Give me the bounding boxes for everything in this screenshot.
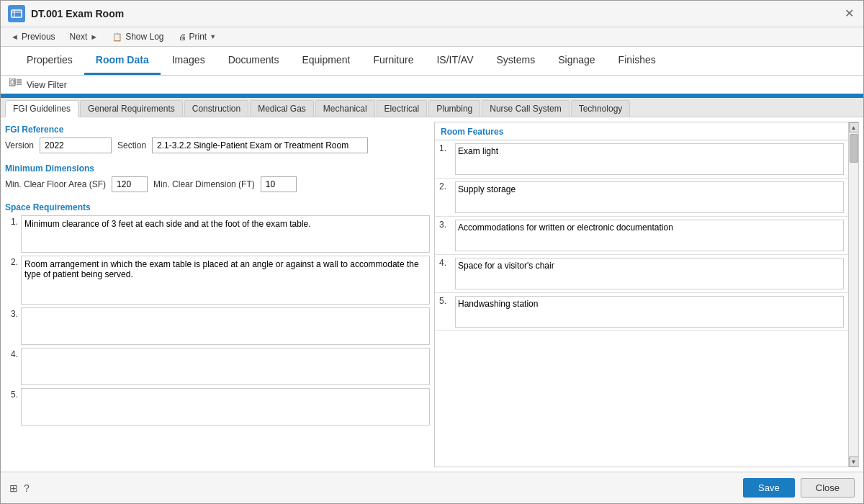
next-button[interactable]: Next ► <box>67 30 102 43</box>
prev-arrow-icon: ◄ <box>11 32 19 41</box>
inner-tab-plumbing[interactable]: Plumbing <box>428 100 480 117</box>
tab-properties[interactable]: Properties <box>15 47 84 75</box>
print-button[interactable]: 🖨 Print ▼ <box>176 30 220 43</box>
window-title: DT.001 Exam Room <box>31 8 124 19</box>
inner-tab-medical-gas[interactable]: Medical Gas <box>250 100 314 117</box>
bottom-right: Save Close <box>743 478 855 498</box>
fgi-reference-fields: Version 2022 2018 2014 Section <box>5 138 430 153</box>
scroll-down-icon[interactable]: ▼ <box>849 456 859 467</box>
show-log-button[interactable]: 📋 Show Log <box>109 30 166 43</box>
room-features-title: Room Features <box>435 122 848 140</box>
previous-label: Previous <box>22 32 55 42</box>
rf-number-5: 5. <box>439 296 451 306</box>
rf-number-1: 1. <box>439 143 451 153</box>
app-icon <box>8 5 25 22</box>
space-requirements-title: Space Requirements <box>5 202 430 212</box>
view-filter-label[interactable]: View Filter <box>27 80 67 90</box>
toolbar: ◄ Previous Next ► 📋 Show Log 🖨 Print ▼ <box>1 27 863 47</box>
tab-isitav[interactable]: IS/IT/AV <box>425 47 485 75</box>
inner-tab-construction[interactable]: Construction <box>184 100 248 117</box>
tab-finishes[interactable]: Finishes <box>607 47 667 75</box>
title-left: DT.001 Exam Room <box>8 5 124 22</box>
floor-area-input[interactable] <box>112 176 148 192</box>
room-feature-3[interactable]: Accommodations for written or electronic… <box>455 220 844 251</box>
svg-rect-0 <box>12 10 22 17</box>
print-icon: 🖨 <box>179 32 186 41</box>
space-req-3[interactable] <box>21 307 430 345</box>
space-requirements-list: 1. Minimum clearance of 3 feet at each s… <box>5 215 430 426</box>
space-req-1[interactable]: Minimum clearance of 3 feet at each side… <box>21 215 430 253</box>
main-window: DT.001 Exam Room ✕ ◄ Previous Next ► 📋 S… <box>0 0 864 504</box>
bottom-bar: ⊞ ? Save Close <box>1 472 863 503</box>
svg-rect-3 <box>9 78 15 86</box>
list-item: 3. Accommodations for written or electro… <box>435 217 848 255</box>
log-icon: 📋 <box>112 32 122 42</box>
floor-area-label: Min. Clear Floor Area (SF) <box>5 179 106 189</box>
space-requirements-section: Space Requirements 1. Minimum clearance … <box>5 199 430 428</box>
tab-room-data[interactable]: Room Data <box>84 47 161 75</box>
help-icon[interactable]: ? <box>24 482 30 494</box>
list-item: 1. Exam light <box>435 140 848 179</box>
list-item: 5. <box>5 388 430 426</box>
scroll-thumb[interactable] <box>850 134 858 163</box>
room-features-list: 1. Exam light 2. Supply storage 3. Accom… <box>435 140 848 467</box>
clear-dim-input[interactable] <box>261 176 297 192</box>
min-dimensions-section: Minimum Dimensions Min. Clear Floor Area… <box>5 161 430 195</box>
space-req-4[interactable] <box>21 348 430 385</box>
clear-dim-label: Min. Clear Dimension (FT) <box>153 179 255 189</box>
inner-tab-technology[interactable]: Technology <box>571 100 631 117</box>
bottom-left: ⊞ ? <box>9 482 30 494</box>
tab-signage[interactable]: Signage <box>546 47 606 75</box>
room-feature-1[interactable]: Exam light <box>455 143 844 175</box>
inner-tab-electrical[interactable]: Electrical <box>377 100 428 117</box>
scroll-up-icon[interactable]: ▲ <box>849 122 859 132</box>
space-req-5[interactable] <box>21 388 430 426</box>
rf-number-4: 4. <box>439 258 451 268</box>
main-tab-bar: Properties Room Data Images Documents Eq… <box>1 47 863 76</box>
tab-images[interactable]: Images <box>161 47 217 75</box>
save-button[interactable]: Save <box>743 478 795 498</box>
expand-icon[interactable]: ⊞ <box>9 482 18 494</box>
inner-tab-general-requirements[interactable]: General Requirements <box>80 100 183 117</box>
previous-button[interactable]: ◄ Previous <box>8 30 58 43</box>
fgi-reference-section: FGI Reference Version 2022 2018 2014 Sec… <box>5 122 430 156</box>
list-number-1: 1. <box>5 215 18 227</box>
right-panel: Room Features 1. Exam light 2. Supply st… <box>435 122 848 467</box>
tab-equipment[interactable]: Equipment <box>290 47 361 75</box>
space-req-2[interactable]: Room arrangement in which the exam table… <box>21 256 430 305</box>
rf-number-2: 2. <box>439 181 451 192</box>
print-label: Print <box>189 32 207 42</box>
tab-systems[interactable]: Systems <box>485 47 547 75</box>
tab-documents[interactable]: Documents <box>217 47 291 75</box>
list-item: 5. Handwashing station <box>435 293 848 331</box>
section-input[interactable] <box>152 138 368 153</box>
version-label: Version <box>5 140 34 150</box>
inner-tab-mechanical[interactable]: Mechanical <box>315 100 375 117</box>
svg-rect-4 <box>11 80 14 84</box>
title-bar: DT.001 Exam Room ✕ <box>1 1 863 27</box>
min-dimensions-title: Minimum Dimensions <box>5 163 430 174</box>
min-dimensions-fields: Min. Clear Floor Area (SF) Min. Clear Di… <box>5 176 430 192</box>
room-feature-2[interactable]: Supply storage <box>455 181 844 213</box>
list-item: 2. Supply storage <box>435 179 848 217</box>
close-icon[interactable]: ✕ <box>845 8 856 19</box>
inner-tab-bar: FGI Guidelines General Requirements Cons… <box>1 98 863 117</box>
content-area: FGI Guidelines General Requirements Cons… <box>1 98 863 472</box>
version-select[interactable]: 2022 2018 2014 <box>40 138 112 153</box>
main-content: FGI Reference Version 2022 2018 2014 Sec… <box>1 117 863 472</box>
right-panel-scrollbar[interactable]: ▲ ▼ <box>848 122 858 467</box>
room-feature-4[interactable]: Space for a visitor's chair <box>455 258 844 289</box>
list-item: 3. <box>5 307 430 345</box>
close-button[interactable]: Close <box>801 478 855 498</box>
room-feature-5[interactable]: Handwashing station <box>455 296 844 328</box>
list-number-2: 2. <box>5 256 18 267</box>
list-number-3: 3. <box>5 307 18 319</box>
left-panel: FGI Reference Version 2022 2018 2014 Sec… <box>5 122 430 467</box>
section-label: Section <box>117 140 146 150</box>
tab-furniture[interactable]: Furniture <box>361 47 425 75</box>
list-item: 4. <box>5 348 430 385</box>
fgi-reference-title: FGI Reference <box>5 125 430 135</box>
inner-tab-nurse-call[interactable]: Nurse Call System <box>482 100 569 117</box>
list-item: 4. Space for a visitor's chair <box>435 255 848 293</box>
inner-tab-fgi-guidelines[interactable]: FGI Guidelines <box>5 100 78 117</box>
